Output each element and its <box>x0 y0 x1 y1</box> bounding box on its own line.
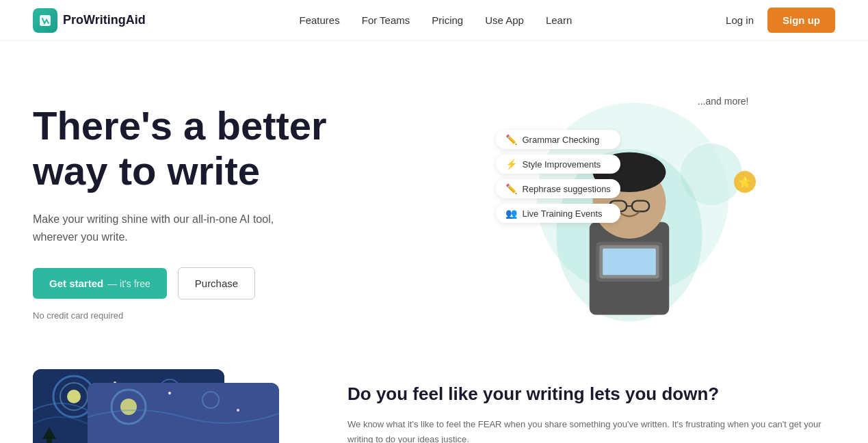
svg-point-27 <box>168 392 171 394</box>
hero-content: There's a better way to write Make your … <box>33 103 416 321</box>
navbar: ProWritingAid Features For Teams Pricing… <box>0 0 868 41</box>
hero-illustration-area: ...and more! ⭐ ✏️ Grammar Checking ⚡ Sty… <box>416 82 835 342</box>
feature-pill-style: ⚡ Style Improvements <box>496 155 620 174</box>
get-started-button[interactable]: Get started — it's free <box>33 268 167 299</box>
svg-point-25 <box>120 399 137 415</box>
painting-cards: My idea in my head <box>33 369 293 443</box>
login-button[interactable]: Log in <box>726 14 754 26</box>
nav-use-app[interactable]: Use App <box>485 14 524 26</box>
nav-learn[interactable]: Learn <box>546 14 572 26</box>
star-badge-icon: ⭐ <box>734 171 756 193</box>
nav-pricing[interactable]: Pricing <box>432 14 463 26</box>
lower-section-title: Do you feel like your writing lets you d… <box>347 383 835 406</box>
feature-pills-container: ✏️ Grammar Checking ⚡ Style Improvements… <box>496 130 620 223</box>
feature-pill-training: 👥 Live Training Events <box>496 204 620 223</box>
purchase-button[interactable]: Purchase <box>178 267 255 299</box>
lower-right-content: Do you feel like your writing lets you d… <box>347 369 835 443</box>
svg-point-14 <box>67 390 81 403</box>
painting-card-front: My idea in my head <box>88 383 279 443</box>
signup-button[interactable]: Sign up <box>767 8 835 33</box>
brand-logo-icon <box>33 8 57 33</box>
nav-actions: Log in Sign up <box>726 8 835 33</box>
svg-point-28 <box>237 409 239 412</box>
feature-pill-rephrase: ✏️ Rephrase suggestions <box>496 179 620 198</box>
svg-rect-10 <box>603 249 656 276</box>
svg-rect-23 <box>88 383 279 443</box>
no-credit-text: No credit card required <box>33 310 416 321</box>
lower-section: My idea in my head Do you feel like your… <box>0 369 868 443</box>
hero-illustration: ...and more! ⭐ ✏️ Grammar Checking ⚡ Sty… <box>496 89 756 335</box>
hero-subtitle: Make your writing shine with our all-in-… <box>33 211 320 245</box>
nav-for-teams[interactable]: For Teams <box>362 14 410 26</box>
nav-links: Features For Teams Pricing Use App Learn <box>300 14 573 26</box>
nav-features[interactable]: Features <box>300 14 340 26</box>
brand-logo-link[interactable]: ProWritingAid <box>33 8 146 33</box>
feature-pill-grammar: ✏️ Grammar Checking <box>496 130 620 149</box>
hero-cta: Get started — it's free Purchase <box>33 267 416 299</box>
style-icon: ⚡ <box>505 159 517 170</box>
brand-name: ProWritingAid <box>63 13 146 27</box>
hero-title: There's a better way to write <box>33 103 416 194</box>
hero-section: There's a better way to write Make your … <box>0 41 868 369</box>
and-more-label: ...and more! <box>698 96 749 107</box>
lower-section-text: We know what it's like to feel the FEAR … <box>347 417 835 443</box>
grammar-icon: ✏️ <box>505 134 517 145</box>
training-icon: 👥 <box>505 208 517 219</box>
rephrase-icon: ✏️ <box>505 183 517 194</box>
svg-rect-0 <box>40 15 51 26</box>
painting-card-front-svg <box>88 383 279 443</box>
